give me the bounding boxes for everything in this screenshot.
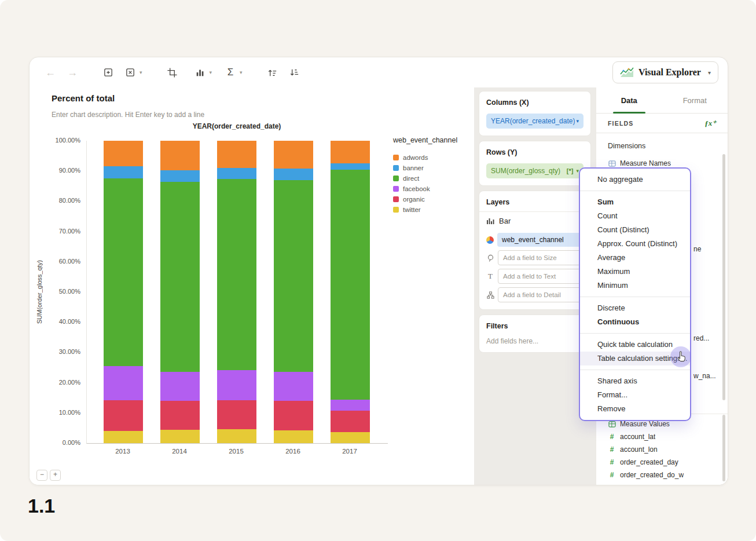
legend-item-facebook[interactable]: facebook: [393, 184, 474, 194]
forward-button[interactable]: →: [64, 64, 80, 81]
bar-segment-facebook[interactable]: [104, 366, 143, 400]
menu-item-no-aggregate[interactable]: No aggregate: [580, 173, 690, 187]
bar-segment-twitter[interactable]: [160, 430, 200, 443]
menu-item-maximum[interactable]: Maximum: [580, 265, 690, 279]
chart-type-button[interactable]: [192, 64, 208, 81]
bar-segment-adwords[interactable]: [217, 141, 256, 167]
columns-field-pill[interactable]: YEAR(order_created_date) ▾: [486, 114, 583, 129]
size-field-slot[interactable]: Add a field to Size: [498, 250, 583, 265]
bar-segment-direct[interactable]: [217, 179, 256, 370]
legend-item-twitter[interactable]: twitter: [393, 204, 474, 215]
menu-item-shared-axis[interactable]: Shared axis: [580, 374, 690, 388]
menu-item-sum[interactable]: Sum: [580, 195, 690, 209]
menu-item-table-calculation-settings[interactable]: Table calculation settings...: [580, 352, 690, 365]
bar-segment-adwords[interactable]: [274, 141, 313, 169]
chart-title[interactable]: Percent of total: [52, 93, 115, 103]
bar-segment-facebook[interactable]: [274, 372, 313, 401]
bar-segment-twitter[interactable]: [104, 431, 143, 443]
bar-segment-organic[interactable]: [160, 401, 200, 430]
bar-segment-organic[interactable]: [104, 400, 143, 431]
add-formula-button[interactable]: ƒx⁺: [704, 119, 716, 128]
color-encoding-icon[interactable]: [486, 236, 494, 244]
bar-segment-adwords[interactable]: [160, 141, 200, 170]
bar-segment-facebook[interactable]: [160, 372, 200, 401]
duplicate-chart-button[interactable]: [100, 64, 116, 81]
legend-item-direct[interactable]: direct: [393, 173, 474, 184]
bar-segment-twitter[interactable]: [331, 432, 370, 443]
bar-segment-direct[interactable]: [104, 178, 143, 366]
text-field-slot[interactable]: Add a field to Text: [498, 269, 583, 284]
bar-segment-banner[interactable]: [217, 168, 256, 180]
chevron-down-icon[interactable]: ▾: [576, 118, 579, 124]
y-axis-tick: 40.00%: [30, 318, 80, 325]
menu-item-average[interactable]: Average: [580, 251, 690, 265]
chevron-down-icon[interactable]: ▾: [140, 70, 142, 75]
menu-item-format[interactable]: Format...: [580, 388, 690, 402]
filters-shelf: Filters Add fields here...: [479, 315, 591, 353]
tab-format[interactable]: Format: [662, 87, 728, 113]
workbook-switcher[interactable]: Visual Explorer ▾: [612, 61, 718, 83]
y-axis-tick: 70.00%: [30, 228, 80, 235]
bar-segment-twitter[interactable]: [274, 430, 313, 443]
zoom-out-button[interactable]: −: [36, 470, 47, 481]
bar-segment-organic[interactable]: [217, 400, 256, 429]
back-button[interactable]: ←: [42, 64, 58, 81]
legend-item-organic[interactable]: organic: [393, 194, 474, 204]
stacked-bar-2015[interactable]: [217, 141, 256, 443]
swap-axes-button[interactable]: [164, 64, 181, 81]
sigma-icon: Σ: [227, 67, 234, 78]
measure-item-account-lon[interactable]: #account_lon: [596, 443, 728, 456]
tab-data[interactable]: Data: [596, 87, 662, 113]
fields-scrollbar[interactable]: [722, 154, 725, 400]
chevron-down-icon[interactable]: ▾: [210, 70, 212, 75]
measure-item-order-created-day[interactable]: #order_created_day: [596, 456, 728, 469]
stacked-bar-2013[interactable]: [104, 141, 143, 443]
stacked-bar-2016[interactable]: [274, 141, 313, 443]
bar-segment-direct[interactable]: [274, 180, 313, 372]
legend-label: direct: [403, 175, 419, 182]
filters-drop-target[interactable]: Add fields here...: [486, 337, 583, 345]
legend-item-adwords[interactable]: adwords: [393, 152, 474, 163]
bar-segment-twitter[interactable]: [217, 429, 256, 443]
stacked-bar-2014[interactable]: [160, 141, 200, 443]
detail-field-slot[interactable]: Add a field to Detail: [498, 287, 583, 302]
measures-scrollbar[interactable]: [722, 415, 725, 481]
measure-item-account-lat[interactable]: #account_lat: [596, 430, 728, 443]
menu-item-count-distinct[interactable]: Count (Distinct): [580, 223, 690, 237]
measure-item-order-created-do-w[interactable]: #order_created_do_w: [596, 469, 728, 481]
bar-segment-direct[interactable]: [160, 182, 200, 372]
menu-item-quick-table-calculation[interactable]: Quick table calculation: [580, 338, 690, 352]
menu-item-remove[interactable]: Remove: [580, 402, 690, 416]
chevron-down-icon[interactable]: ▾: [240, 70, 243, 75]
color-field-pill[interactable]: web_event_channel: [497, 233, 583, 247]
stacked-bar-2017[interactable]: [331, 141, 370, 443]
bar-segment-facebook[interactable]: [217, 370, 256, 400]
chart-description-placeholder[interactable]: Enter chart description. Hit Enter key t…: [52, 111, 204, 119]
bar-segment-banner[interactable]: [331, 163, 370, 170]
rows-field-pill[interactable]: SUM(order_gloss_qty) [*] ▾: [486, 163, 583, 178]
menu-item-continuous[interactable]: Continuous: [580, 315, 690, 329]
sort-ascending-button[interactable]: [265, 64, 281, 81]
sort-descending-button[interactable]: [287, 64, 303, 81]
menu-item-discrete[interactable]: Discrete: [580, 301, 690, 315]
bar-segment-organic[interactable]: [274, 401, 313, 430]
bar-segment-adwords[interactable]: [331, 141, 370, 163]
menu-item-approx-count-distinct[interactable]: Approx. Count (Distinct): [580, 237, 690, 251]
bar-segment-facebook[interactable]: [331, 400, 370, 411]
bar-segment-organic[interactable]: [331, 411, 370, 432]
mark-type-row[interactable]: Bar: [486, 214, 583, 227]
bar-segment-direct[interactable]: [331, 170, 370, 400]
legend-item-banner[interactable]: banner: [393, 163, 474, 173]
bar-segment-adwords[interactable]: [104, 141, 143, 166]
aggregate-button[interactable]: Σ: [222, 64, 238, 81]
bar-segment-banner[interactable]: [104, 166, 143, 178]
bar-segment-banner[interactable]: [274, 169, 313, 181]
rows-shelf: Rows (Y) SUM(order_gloss_qty) [*] ▾: [479, 141, 591, 186]
legend-swatch: [393, 207, 399, 213]
legend-swatch: [393, 155, 399, 160]
zoom-in-button[interactable]: +: [50, 470, 61, 481]
bar-segment-banner[interactable]: [160, 170, 200, 182]
menu-item-minimum[interactable]: Minimum: [580, 279, 690, 293]
menu-item-count[interactable]: Count: [580, 209, 690, 223]
remove-chart-button[interactable]: [122, 64, 138, 81]
